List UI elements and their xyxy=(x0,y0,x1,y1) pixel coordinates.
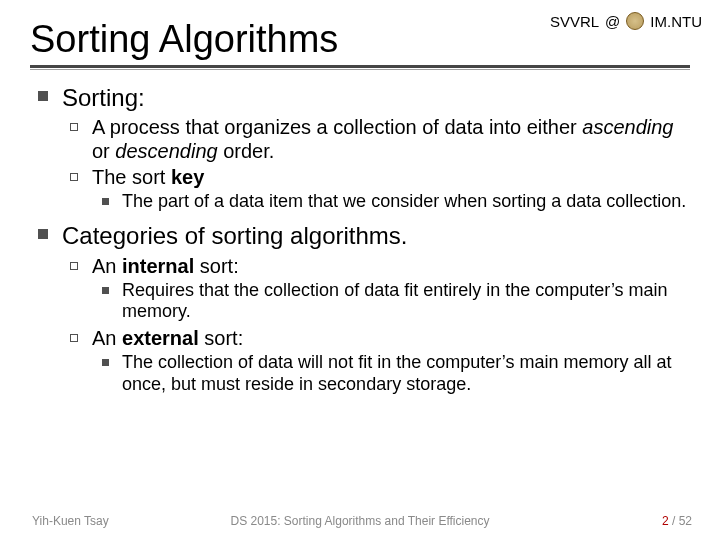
point-categories: Categories of sorting algorithms. An int… xyxy=(38,222,696,394)
point-sort-key-def: The part of a data item that we consider… xyxy=(102,191,696,212)
page-sep: / xyxy=(669,514,679,528)
text: An xyxy=(92,255,122,277)
title-rule-thick xyxy=(30,65,690,68)
point-sort-key: The sort key The part of a data item tha… xyxy=(70,166,696,213)
text-key: key xyxy=(171,166,204,188)
slide-body: Sorting: A process that organizes a coll… xyxy=(38,84,696,403)
text: A process that organizes a collection of… xyxy=(92,116,582,138)
point-sorting-def: A process that organizes a collection of… xyxy=(70,116,696,163)
point-internal-sort-def: Requires that the collection of data fit… xyxy=(102,280,696,322)
page-title: Sorting Algorithms xyxy=(30,18,690,61)
text: The part of a data item that we consider… xyxy=(122,191,686,211)
page-total: 52 xyxy=(679,514,692,528)
point-external-sort: An external sort: The collection of data… xyxy=(70,327,696,395)
footer-page: 2 / 52 xyxy=(662,514,692,528)
point-categories-label: Categories of sorting algorithms. xyxy=(62,222,408,249)
text: sort: xyxy=(199,327,243,349)
text: An xyxy=(92,327,122,349)
text: Requires that the collection of data fit… xyxy=(122,280,668,321)
text-internal: internal xyxy=(122,255,194,277)
point-sorting: Sorting: A process that organizes a coll… xyxy=(38,84,696,212)
text: sort: xyxy=(194,255,238,277)
point-external-sort-def: The collection of data will not fit in t… xyxy=(102,352,696,394)
title-block: Sorting Algorithms xyxy=(30,18,690,70)
point-internal-sort: An internal sort: Requires that the coll… xyxy=(70,255,696,323)
text-external: external xyxy=(122,327,199,349)
text: order. xyxy=(218,140,275,162)
footer-course: DS 2015: Sorting Algorithms and Their Ef… xyxy=(0,514,720,528)
text: or xyxy=(92,140,115,162)
title-rule-thin xyxy=(30,69,690,70)
text-descending: descending xyxy=(115,140,217,162)
slide: SVVRL @ IM.NTU Sorting Algorithms Sortin… xyxy=(0,0,720,540)
text: The collection of data will not fit in t… xyxy=(122,352,672,393)
text: The sort xyxy=(92,166,171,188)
point-sorting-label: Sorting: xyxy=(62,84,145,111)
page-current: 2 xyxy=(662,514,669,528)
text-ascending: ascending xyxy=(582,116,673,138)
